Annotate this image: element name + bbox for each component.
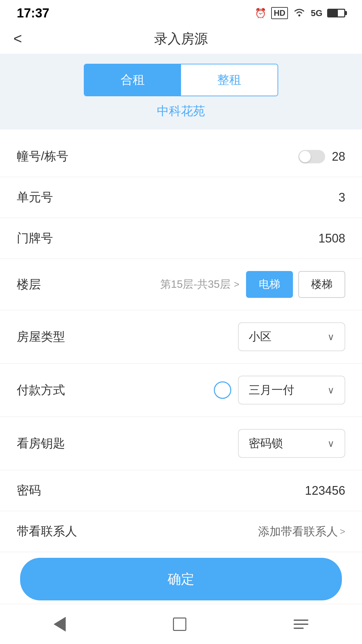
nav-home-button[interactable] <box>173 618 186 631</box>
header: < 录入房源 <box>0 23 362 54</box>
svg-point-0 <box>298 14 300 16</box>
menu-line-2 <box>294 624 308 625</box>
back-button[interactable]: < <box>13 30 22 47</box>
menu-lines-icon <box>294 620 308 629</box>
contact-chevron: > <box>340 526 345 537</box>
contact-link-text: 添加带看联系人 <box>258 524 338 539</box>
menu-line-1 <box>294 620 308 621</box>
floor-btns: 电梯 楼梯 <box>246 271 345 298</box>
house-type-dropdown[interactable]: 小区 ∨ <box>238 322 345 351</box>
confirm-section: 确定 <box>0 558 362 600</box>
house-type-row: 房屋类型 小区 ∨ <box>0 310 362 364</box>
building-no-right: 28 <box>298 150 345 164</box>
payment-label: 付款方式 <box>17 382 65 398</box>
building-no-toggle[interactable] <box>298 150 325 163</box>
confirm-button[interactable]: 确定 <box>20 558 342 600</box>
floor-chevron: > <box>234 279 239 290</box>
view-key-arrow: ∨ <box>327 438 335 449</box>
tab-section: 合租 整租 中科花苑 <box>0 54 362 129</box>
tab-hezhu[interactable]: 合租 <box>84 64 181 96</box>
bottom-nav <box>0 604 362 644</box>
floor-info-text: 第15层-共35层 <box>160 277 231 292</box>
floor-right: 第15层-共35层 > 电梯 楼梯 <box>160 271 345 298</box>
stairs-btn[interactable]: 楼梯 <box>298 271 345 298</box>
password-row: 密码 123456 <box>0 470 362 511</box>
toggle-knob <box>299 151 311 162</box>
view-key-dropdown[interactable]: 密码锁 ∨ <box>238 429 345 458</box>
floor-label: 楼层 <box>17 276 41 293</box>
unit-no-row: 单元号 3 <box>0 177 362 218</box>
view-key-value: 密码锁 <box>249 436 283 451</box>
wifi-icon <box>293 7 306 19</box>
menu-line-3 <box>294 628 304 629</box>
nav-back-button[interactable] <box>54 617 66 632</box>
status-bar: 17:37 ⏰ HD 5G <box>0 0 362 23</box>
elevator-btn[interactable]: 电梯 <box>246 271 293 298</box>
alarm-icon: ⏰ <box>255 8 266 19</box>
building-no-value: 28 <box>332 150 345 164</box>
view-key-label: 看房钥匙 <box>17 435 65 452</box>
door-no-row: 门牌号 1508 <box>0 218 362 259</box>
hd-icon: HD <box>271 7 288 19</box>
payment-right: 三月一付 ∨ <box>214 376 345 405</box>
contact-label: 带看联系人 <box>17 523 77 540</box>
page-title: 录入房源 <box>154 30 208 48</box>
contact-link[interactable]: 添加带看联系人 > <box>258 524 345 539</box>
building-no-label: 幢号/栋号 <box>17 148 68 165</box>
door-no-value: 1508 <box>318 231 345 246</box>
signal-icon: 5G <box>311 8 322 18</box>
building-no-row: 幢号/栋号 28 <box>0 136 362 177</box>
nav-menu-button[interactable] <box>294 620 308 629</box>
house-type-label: 房屋类型 <box>17 329 65 345</box>
unit-no-value: 3 <box>339 191 345 205</box>
payment-row: 付款方式 三月一付 ∨ <box>0 364 362 417</box>
tab-zhengzu[interactable]: 整租 <box>181 64 278 96</box>
community-name[interactable]: 中科花苑 <box>13 103 349 123</box>
house-type-arrow: ∨ <box>327 331 335 342</box>
contact-row: 带看联系人 添加带看联系人 > <box>0 511 362 552</box>
payment-dropdown[interactable]: 三月一付 ∨ <box>238 376 345 405</box>
tab-switcher: 合租 整租 <box>84 64 278 96</box>
floor-row: 楼层 第15层-共35层 > 电梯 楼梯 <box>0 259 362 310</box>
unit-no-label: 单元号 <box>17 189 53 206</box>
payment-value: 三月一付 <box>249 382 294 398</box>
house-type-value: 小区 <box>249 329 272 344</box>
status-time: 17:37 <box>17 6 49 20</box>
password-label: 密码 <box>17 482 41 499</box>
payment-toggle[interactable] <box>214 381 231 399</box>
home-square-icon <box>173 618 186 631</box>
password-value: 123456 <box>305 484 345 498</box>
payment-arrow: ∨ <box>327 385 335 396</box>
floor-info[interactable]: 第15层-共35层 > <box>160 277 239 292</box>
status-icons: ⏰ HD 5G <box>255 7 345 19</box>
battery-icon <box>327 9 345 17</box>
back-triangle-icon <box>54 617 66 632</box>
view-key-row: 看房钥匙 密码锁 ∨ <box>0 417 362 470</box>
door-no-label: 门牌号 <box>17 230 53 247</box>
